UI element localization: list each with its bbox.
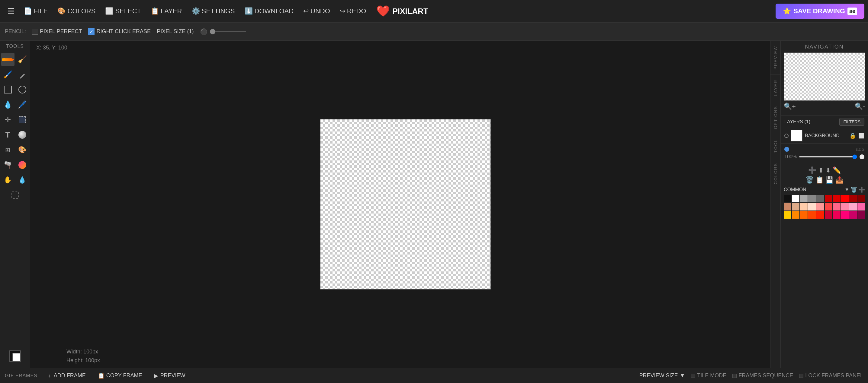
color-pink2[interactable] [833,203,840,210]
frames-sequence-check[interactable] [733,374,737,378]
right-click-erase-check[interactable]: ✓ [88,28,95,35]
color-red-orange[interactable] [816,211,824,219]
brush-tool[interactable]: 🖌️ [1,68,14,81]
select-menu[interactable]: ⬜ SELECT [101,5,145,17]
tile-mode-check[interactable] [691,374,695,378]
move-tool[interactable]: ✛ [1,113,14,126]
paint-bucket-tool[interactable]: 🎨 [16,143,29,156]
color-dark-pink[interactable] [849,211,857,219]
pattern-tool[interactable]: ⊞ [1,143,14,156]
save-palette-btn[interactable]: 💾 [826,176,834,184]
smudge-tool[interactable]: 🖊️ [16,98,29,111]
frames-sequence-checkbox[interactable]: FRAMES SEQUENCE [733,373,793,379]
text-tool[interactable]: T [1,128,14,141]
pixel-perfect-check[interactable] [32,29,38,35]
drawing-canvas[interactable] [320,119,491,289]
select-rect-tool[interactable] [16,113,29,126]
tool-tab[interactable]: TOOL [770,134,780,158]
color-maroon[interactable] [858,211,865,219]
lock-frames-panel-checkbox[interactable]: LOCK FRAMES PANEL [799,373,863,379]
tile-mode-checkbox[interactable]: TILE MODE [691,373,726,379]
rectangle-tool[interactable] [1,83,14,96]
hamburger-menu[interactable]: ☰ [4,4,19,19]
color-darkred2[interactable] [858,195,865,202]
color-magenta2[interactable] [841,211,849,219]
line-tool[interactable] [16,68,29,81]
color-pink3[interactable] [841,203,849,210]
color-black[interactable] [784,195,791,202]
file-menu[interactable]: 📄 FILE [20,5,52,17]
preview-size-btn[interactable]: PREVIEW SIZE ▼ [639,373,685,379]
water-drop-tool[interactable]: 💧 [16,173,29,187]
delete-palette-btn[interactable]: 🗑️ [850,186,857,193]
move-color-down-btn[interactable]: ⬇ [826,167,831,174]
eraser-tool[interactable]: 🧹 [16,53,29,66]
color-crimson[interactable] [825,211,832,219]
color-gray3[interactable] [816,195,824,202]
colors-menu[interactable]: 🎨 COLORS [53,5,100,17]
color-skin2[interactable] [792,203,800,210]
color-red3[interactable] [841,195,849,202]
colors-tab[interactable]: COLORS [770,158,780,189]
color-coral1[interactable] [825,203,832,210]
color-red2[interactable] [833,195,840,202]
opacity-slider[interactable] [799,156,857,158]
pencil-tool[interactable]: ✏️ [1,53,14,66]
color-skin4[interactable] [808,203,816,210]
options-tab[interactable]: OPTIONS [770,101,780,134]
lasso-tool[interactable] [8,188,22,202]
edit-color-btn[interactable]: ✏️ [833,167,841,174]
color-red1[interactable] [825,195,832,202]
color-white[interactable] [792,195,800,202]
add-frame-btn[interactable]: ＋ ADD FRAME [43,370,89,381]
color-pink1[interactable] [816,203,824,210]
color-magenta1[interactable] [833,211,840,219]
lock-frames-check[interactable] [799,374,803,378]
move-color-up-btn[interactable]: ⬆ [818,167,824,174]
save-drawing-button[interactable]: ⭐ SAVE DRAWING ae [776,4,864,19]
fill-tool[interactable]: 🫗 [1,158,14,172]
filters-btn[interactable]: FILTERS [839,118,864,126]
color-darkred[interactable] [849,195,857,202]
gradient-tool[interactable] [16,158,29,172]
undo-btn[interactable]: ↩ UNDO [299,5,334,17]
eyedropper-tool[interactable]: 💧 [1,98,14,111]
preview-btn[interactable]: ▶ PREVIEW [151,371,188,381]
right-click-erase-checkbox[interactable]: ✓ RIGHT CLICK ERASE [88,28,151,35]
color-gray2[interactable] [808,195,816,202]
redo-btn[interactable]: ↪ REDO [336,5,371,17]
hand-tool[interactable]: ✋ [1,173,14,187]
pixel-perfect-checkbox[interactable]: PIXEL PERFECT [32,28,82,35]
color-skin1[interactable] [784,203,791,210]
zoom-out-btn[interactable]: 🔍- [855,103,865,110]
color-orange3[interactable] [808,211,816,219]
color-pink4[interactable] [849,203,857,210]
color-skin3[interactable] [800,203,808,210]
delete-color-btn[interactable]: 🗑️ [805,176,814,184]
pixel-size-slider[interactable] [210,31,246,32]
layer-visibility-toggle[interactable] [784,134,788,138]
settings-menu[interactable]: ⚙️ SETTINGS [188,5,239,17]
add-palette-btn[interactable]: ➕ [858,186,865,193]
import-palette-btn[interactable]: 📤 [835,176,843,184]
color-gray1[interactable] [800,195,808,202]
color-orange2[interactable] [800,211,808,219]
layer-lock-icon[interactable]: 🔒 [849,132,856,139]
layer-tab[interactable]: LAYER [770,74,780,101]
canvas-area[interactable]: Width: 100px Height: 100px [30,41,780,368]
copy-frame-btn[interactable]: 📋 COPY FRAME [95,371,145,381]
sphere-tool[interactable] [16,128,29,141]
preview-tab[interactable]: PREVIEW [770,41,780,74]
color-orange1[interactable] [792,211,800,219]
color-yellow[interactable] [784,211,791,219]
circle-tool[interactable] [16,83,29,96]
add-color-btn[interactable]: ➕ [808,167,816,174]
secondary-color-swatch[interactable] [12,353,21,361]
color-pink5[interactable] [858,203,865,210]
zoom-in-btn[interactable]: 🔍+ [784,103,796,110]
copy-palette-btn[interactable]: 📋 [815,176,824,184]
palette-expand-icon[interactable]: ▼ [844,187,849,193]
layer-menu[interactable]: 📋 LAYER [147,5,186,17]
download-menu[interactable]: ⬇️ DOWNLOAD [240,5,298,17]
layer-options-icon[interactable]: ⬜ [858,133,864,139]
